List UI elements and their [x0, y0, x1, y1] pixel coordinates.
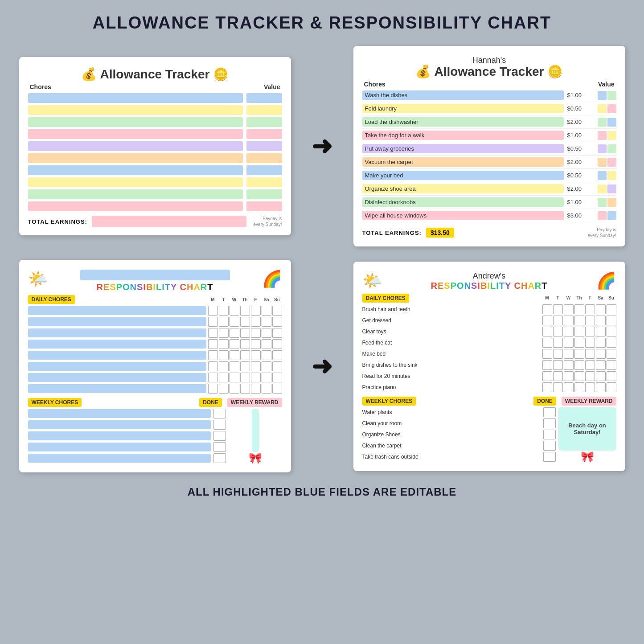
weekly-chore-4: Clean the carpet: [362, 443, 541, 449]
filled-row-9: Disinfect doorknobs $1.00: [362, 197, 616, 209]
chore-name-8: Organize shoe area: [362, 184, 564, 193]
blank-row-5: [28, 141, 282, 151]
chore-name-7: Make your bed: [362, 171, 564, 180]
daily-chore-2: Get dressed: [362, 317, 541, 324]
daily-label-blank: DAILY CHORES: [28, 295, 75, 304]
right-arrow-bottom: ➜: [312, 354, 332, 379]
filled-row-4: Take the dog for a walk $1.00: [362, 131, 616, 142]
reward-label-blank: WEEKLY REWARD: [227, 398, 282, 407]
chore-value-10: $3.00: [567, 212, 594, 219]
rainbow-icon-filled: 🌈: [596, 271, 616, 290]
day-su: Su: [272, 297, 282, 302]
sun-icon-filled: 🌤️: [362, 271, 382, 290]
blank-daily-row-4: [28, 339, 282, 349]
money-bag-icon-2: 💰: [415, 64, 431, 79]
reward-box-blank: [252, 409, 259, 452]
person-name-tracker: Hannah's: [362, 56, 616, 65]
coins-icon-2: 🪙: [547, 64, 563, 79]
blank-row-4: [28, 129, 282, 139]
daily-chore-7: Read for 20 minutes: [362, 373, 541, 379]
total-value-filled: $13.50: [426, 228, 454, 238]
chore-name-9: Disinfect doorknobs: [362, 197, 564, 207]
weekly-chore-3: Organize Shoes: [362, 431, 541, 438]
daily-label-filled: DAILY CHORES: [362, 294, 409, 303]
arrow-bottom: ➜: [304, 354, 340, 379]
total-label-blank: TOTAL EARNINGS:: [28, 218, 87, 225]
blank-weekly-row-2: [28, 420, 226, 430]
reward-box-filled: Beach day on Saturday!: [558, 407, 616, 451]
blank-row-6: [28, 153, 282, 163]
chore-value-8: $2.00: [567, 185, 594, 192]
resp-filled-card: 🌤️ Andrew's RESPONSIBILITY CHART 🌈 DAILY…: [353, 262, 625, 471]
day-th: Th: [240, 297, 250, 302]
total-row-blank: TOTAL EARNINGS: Payday is every Sunday!: [28, 216, 282, 227]
chores-col-header: Chores: [30, 83, 51, 90]
blank-row-9: [28, 189, 282, 199]
blank-daily-row-3: [28, 328, 282, 338]
chore-value-9: $1.00: [567, 199, 594, 205]
blank-weekly-row-3: [28, 431, 226, 441]
daily-chore-4: Feed the cat: [362, 340, 541, 346]
resp-blank-card: 🌤️ RESPONSIBILITY CHART 🌈 DAILY CHORES M…: [19, 260, 291, 472]
blank-daily-row-7: [28, 373, 282, 382]
filled-weekly-row-2: Clean your room: [362, 418, 556, 428]
filled-daily-row-3: Clear toys: [362, 327, 616, 336]
weekly-chore-1: Water plants: [362, 409, 541, 415]
chore-name-2: Fold laundry: [362, 104, 564, 113]
weekly-section-filled: WEEKLY CHORES DONE WEEKLY REWARD Water p…: [362, 397, 616, 463]
filled-row-7: Make your bed $0.50: [362, 171, 616, 182]
chore-value-6: $2.00: [567, 159, 594, 165]
tracker-filled-title: Allowance Tracker: [435, 65, 544, 79]
filled-daily-row-7: Read for 20 minutes: [362, 371, 616, 381]
chore-name-10: Wipe all house windows: [362, 211, 564, 220]
filled-weekly-row-5: Take trash cans outside: [362, 452, 556, 462]
chore-value-3: $2.00: [567, 119, 594, 125]
day-t: T: [219, 297, 229, 302]
reward-label-filled: WEEKLY REWARD: [562, 397, 616, 406]
rainbow-icon-blank: 🌈: [262, 270, 282, 288]
bottom-caption: ALL HIGHLIGHTED BLUE FIELDS ARE EDITABLE: [188, 486, 457, 498]
ribbon-icon-filled: 🎀: [581, 451, 594, 463]
filled-weekly-row-1: Water plants: [362, 407, 556, 417]
blank-daily-row-2: [28, 317, 282, 327]
blank-daily-row-5: [28, 350, 282, 360]
person-name-resp: Andrew's: [382, 271, 596, 281]
right-arrow-top: ➜: [312, 134, 332, 159]
chore-value-7: $0.50: [567, 172, 594, 179]
filled-daily-row-6: Bring dishes to the sink: [362, 360, 616, 370]
chore-name-5: Put away groceries: [362, 144, 564, 153]
day-w: W: [230, 297, 239, 302]
arrow-top: ➜: [304, 134, 340, 159]
chore-name-6: Vacuum the carpet: [362, 157, 564, 167]
daily-chore-3: Clear toys: [362, 328, 541, 335]
tracker-blank-card: 💰 Allowance Tracker 🪙 Chores Value: [19, 57, 291, 235]
daily-section-blank: DAILY CHORES M T W Th F Sa Su: [28, 295, 282, 394]
weekly-label-filled: WEEKLY CHORES: [362, 397, 416, 406]
weekly-label-blank: WEEKLY CHORES: [28, 398, 82, 407]
filled-row-1: Wash the dishes $1.00: [362, 90, 616, 102]
filled-daily-row-5: Make bed: [362, 349, 616, 359]
chore-value-2: $0.50: [567, 105, 594, 112]
payday-text-filled: Payday is every Sunday!: [585, 227, 616, 238]
blank-row-7: [28, 165, 282, 175]
done-label-blank: DONE: [199, 398, 222, 407]
blank-daily-row-1: [28, 306, 282, 316]
filled-row-5: Put away groceries $0.50: [362, 144, 616, 156]
filled-weekly-row-4: Clean the carpet: [362, 441, 556, 451]
chore-value-1: $1.00: [567, 92, 594, 98]
filled-chores-col: Chores: [364, 81, 386, 88]
blank-weekly-row-1: [28, 409, 226, 418]
filled-row-8: Organize shoe area $2.00: [362, 184, 616, 196]
chore-value-5: $0.50: [567, 145, 594, 152]
blank-row-8: [28, 177, 282, 187]
filled-weekly-row-3: Organize Shoes: [362, 430, 556, 439]
daily-chore-1: Brush hair and teeth: [362, 306, 541, 312]
filled-row-2: Fold laundry $0.50: [362, 104, 616, 115]
blank-daily-row-8: [28, 384, 282, 394]
filled-row-10: Wipe all house windows $3.00: [362, 211, 616, 222]
daily-section-filled: DAILY CHORES M T W Th F Sa Su Brush hair…: [362, 294, 616, 392]
chore-name-3: Load the dishwasher: [362, 117, 564, 127]
filled-daily-row-8: Practice piano: [362, 382, 616, 392]
daily-chore-5: Make bed: [362, 351, 541, 357]
sun-icon-blank: 🌤️: [28, 270, 48, 288]
